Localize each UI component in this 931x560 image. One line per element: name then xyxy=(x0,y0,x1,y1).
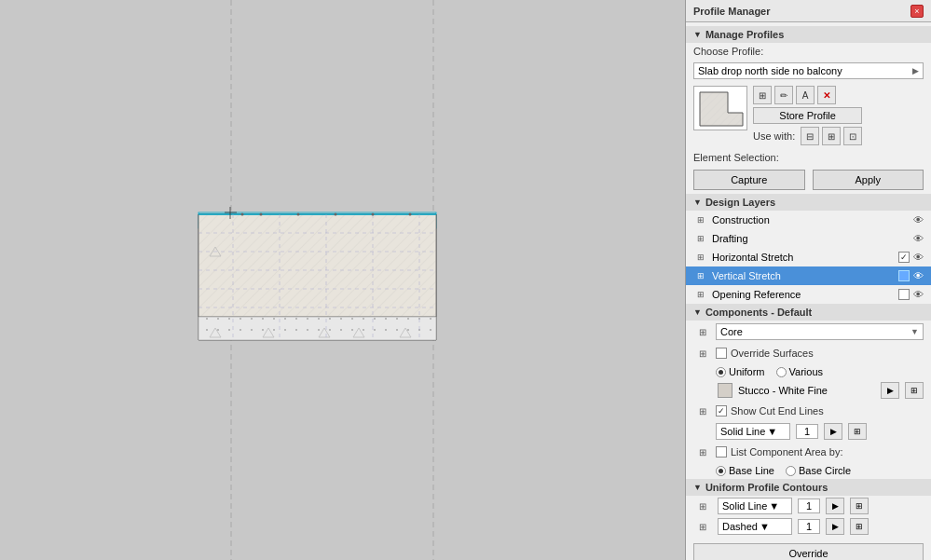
close-button[interactable]: × xyxy=(910,5,924,18)
apply-button[interactable]: Apply xyxy=(813,170,924,190)
layer-name-hstretch: Horizontal Stretch xyxy=(712,252,895,263)
profile-dropdown-row: Slab drop north side no balcony ▶ xyxy=(686,60,931,82)
contour2-btn1[interactable]: ▶ xyxy=(826,518,844,535)
override-btn-row: Override xyxy=(686,537,931,560)
section-manage-profiles-label: Manage Profiles xyxy=(705,29,784,40)
material-swatch xyxy=(718,383,732,398)
uniform-various-group: Uniform Various xyxy=(716,366,823,377)
components-label: Components - Default xyxy=(705,307,812,318)
choose-profile-row: Choose Profile: xyxy=(686,43,931,60)
contour1-btn2[interactable]: ⊞ xyxy=(850,498,869,514)
svg-point-35 xyxy=(372,213,375,216)
uniform-radio-item: Uniform xyxy=(716,366,765,377)
checkbox-override-surfaces[interactable] xyxy=(716,348,727,359)
uniform-radio[interactable] xyxy=(716,367,726,377)
base-line-label: Base Line xyxy=(729,465,774,476)
element-selection-label: Element Selection: xyxy=(693,152,779,163)
components-arrow: ▼ xyxy=(693,307,702,317)
various-radio-item: Various xyxy=(776,366,823,377)
layer-name-opening: Opening Reference xyxy=(712,289,895,300)
checkbox-cut-end[interactable] xyxy=(716,405,727,417)
svg-point-33 xyxy=(297,213,300,216)
list-component-label: List Component Area by: xyxy=(731,446,842,458)
profile-delete-icon[interactable]: ✕ xyxy=(817,86,836,104)
contour-line1-row: ⊞ Solid Line ▼ ▶ ⊞ xyxy=(686,496,931,516)
drawing-canvas xyxy=(0,0,685,560)
section-components[interactable]: ▼ Components - Default xyxy=(686,304,931,321)
use-with-icon3[interactable]: ⊡ xyxy=(843,127,862,145)
profile-dropdown[interactable]: Slab drop north side no balcony ▶ xyxy=(693,62,924,79)
surface-row: ⊞ Stucco - White Fine ▶ ⊞ xyxy=(686,380,931,401)
section-design-layers[interactable]: ▼ Design Layers xyxy=(686,194,931,211)
use-with-icon1[interactable]: ⊟ xyxy=(801,127,819,145)
line-type-arrow: ▼ xyxy=(767,426,777,437)
line-type-row: Solid Line ▼ ▶ ⊞ xyxy=(686,421,931,442)
section-uniform-contours[interactable]: ▼ Uniform Profile Contours xyxy=(686,479,931,496)
section-manage-profiles[interactable]: ▼ Manage Profiles xyxy=(686,26,931,43)
override-surfaces-label: Override Surfaces xyxy=(731,348,814,359)
contour1-value: Solid Line xyxy=(722,500,767,512)
contour2-btn2[interactable]: ⊞ xyxy=(850,518,869,535)
base-circle-label: Base Circle xyxy=(799,465,851,476)
layer-icon-opening: ⊞ xyxy=(693,288,708,301)
layer-name-vstretch: Vertical Stretch xyxy=(712,270,895,281)
store-profile-button[interactable]: Store Profile xyxy=(753,107,862,124)
use-with-row: Use with: ⊟ ⊞ ⊡ xyxy=(753,127,862,145)
panel-content: ▼ Manage Profiles Choose Profile: Slab d… xyxy=(686,22,931,560)
base-circle-radio[interactable] xyxy=(786,466,796,476)
base-radio-group: Base Line Base Circle xyxy=(716,465,851,476)
profile-dropdown-value: Slab drop north side no balcony xyxy=(698,65,842,76)
profile-icon2[interactable]: ✏ xyxy=(774,86,793,104)
core-dropdown[interactable]: Core ▼ xyxy=(716,323,924,340)
base-line-radio[interactable] xyxy=(716,466,726,476)
eye-icon-drafting[interactable]: 👁 xyxy=(913,233,924,244)
svg-point-36 xyxy=(409,213,412,216)
contour1-arrow: ▼ xyxy=(769,500,779,512)
checkbox-list-component[interactable] xyxy=(716,446,727,458)
layer-icon-hstretch: ⊞ xyxy=(693,251,708,264)
capture-button[interactable]: Capture xyxy=(693,170,805,190)
eye-icon-construction[interactable]: 👁 xyxy=(913,214,924,225)
line-type-dropdown[interactable]: Solid Line ▼ xyxy=(716,423,790,440)
line-width-btn[interactable]: ▶ xyxy=(824,423,842,440)
action-btn-row: Capture Apply xyxy=(686,166,931,194)
base-line-circle-row: Base Line Base Circle xyxy=(686,462,931,479)
use-with-icon2[interactable]: ⊞ xyxy=(822,127,841,145)
line-extra-btn[interactable]: ⊞ xyxy=(848,423,867,440)
material-btn2[interactable]: ⊞ xyxy=(905,382,924,399)
design-layers-arrow: ▼ xyxy=(693,198,702,207)
eye-icon-opening[interactable]: 👁 xyxy=(913,289,924,300)
various-radio[interactable] xyxy=(776,367,787,377)
contour1-width-input[interactable] xyxy=(798,499,820,513)
eye-icon-hstretch[interactable]: 👁 xyxy=(913,252,924,263)
line-width-input[interactable] xyxy=(796,424,818,439)
comp-icon: ⊞ xyxy=(693,324,712,339)
contour2-width-input[interactable] xyxy=(798,519,820,534)
list-component-row: ⊞ List Component Area by: xyxy=(686,442,931,462)
core-dropdown-arrow: ▼ xyxy=(910,327,919,336)
eye-icon-vstretch[interactable]: 👁 xyxy=(913,270,924,281)
override-surfaces-row: ⊞ Override Surfaces xyxy=(686,343,931,363)
contour1-icon: ⊞ xyxy=(693,499,712,513)
use-with-icons: ⊟ ⊞ ⊡ xyxy=(801,127,862,145)
override-button[interactable]: Override xyxy=(693,543,924,560)
section-arrow: ▼ xyxy=(693,30,702,39)
svg-point-31 xyxy=(241,213,244,216)
material-btn1[interactable]: ▶ xyxy=(881,382,899,399)
profile-icon1[interactable]: ⊞ xyxy=(753,86,772,104)
contour1-dropdown[interactable]: Solid Line ▼ xyxy=(718,498,792,514)
checkbox-vstretch[interactable] xyxy=(898,270,910,281)
cut-end-label: Show Cut End Lines xyxy=(731,405,824,417)
profile-icon3[interactable]: A xyxy=(796,86,815,104)
checkbox-hstretch[interactable] xyxy=(898,252,910,263)
contour2-dropdown[interactable]: Dashed ▼ xyxy=(718,518,792,535)
checkbox-opening[interactable] xyxy=(898,289,910,300)
contour2-icon: ⊞ xyxy=(693,519,712,534)
layer-row-vstretch[interactable]: ⊞ Vertical Stretch 👁 xyxy=(686,266,931,285)
layer-row-construction: ⊞ Construction 👁 xyxy=(686,211,931,229)
contour1-btn1[interactable]: ▶ xyxy=(826,498,844,514)
show-cut-end-row: ⊞ Show Cut End Lines xyxy=(686,401,931,421)
layer-name-drafting: Drafting xyxy=(712,233,910,244)
design-layers-label: Design Layers xyxy=(705,197,775,208)
svg-point-32 xyxy=(260,213,263,216)
